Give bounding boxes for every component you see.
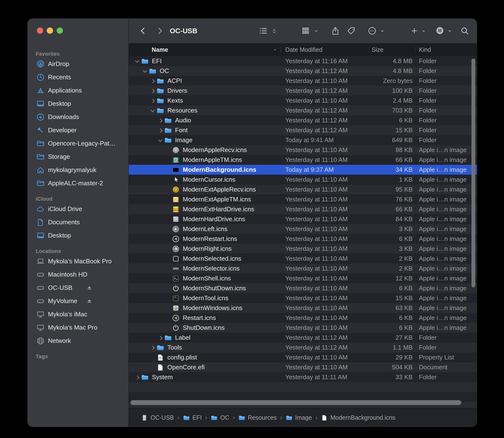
disclosure-chevron-icon[interactable] bbox=[164, 186, 172, 193]
group-view-icon[interactable] bbox=[301, 26, 310, 35]
file-row[interactable]: ModernLeft.icns Yesterday at 11:10 AM 3 … bbox=[129, 224, 477, 234]
horizontal-scrollbar[interactable] bbox=[130, 400, 461, 405]
disclosure-chevron-icon[interactable] bbox=[164, 295, 172, 302]
more-chevron-icon[interactable] bbox=[379, 28, 385, 34]
minimize-button[interactable] bbox=[47, 27, 53, 34]
disclosure-chevron-icon[interactable] bbox=[157, 127, 164, 134]
disclosure-chevron-icon[interactable] bbox=[149, 97, 156, 104]
disclosure-chevron-icon[interactable] bbox=[134, 374, 141, 381]
vertical-scrollbar[interactable] bbox=[471, 59, 475, 287]
path-item[interactable]: › OC bbox=[202, 414, 229, 421]
sidebar-item[interactable]: Desktop bbox=[31, 97, 125, 110]
column-header-size[interactable]: Size bbox=[372, 43, 383, 56]
sidebar-item[interactable]: Macintosh HD bbox=[31, 268, 125, 281]
file-row[interactable]: Label Yesterday at 11:12 AM 27 KB Folder bbox=[129, 333, 477, 343]
file-row[interactable]: ACPI Yesterday at 11:10 AM Zero bytes Fo… bbox=[129, 76, 477, 86]
zoom-button[interactable] bbox=[57, 27, 63, 34]
file-row[interactable]: config.plist Yesterday at 11:10 AM 29 KB… bbox=[129, 352, 477, 362]
file-row[interactable]: ModernCursor.icns Yesterday at 11:10 AM … bbox=[129, 175, 477, 185]
file-row[interactable]: ModernAppleTM.icns Yesterday at 11:10 AM… bbox=[129, 155, 477, 165]
group-chevron-icon[interactable] bbox=[313, 28, 319, 34]
disclosure-chevron-icon[interactable] bbox=[164, 285, 172, 292]
close-button[interactable] bbox=[37, 27, 43, 34]
file-row[interactable]: ModernSelected.icns Yesterday at 11:10 A… bbox=[129, 254, 477, 263]
tag-icon[interactable] bbox=[347, 26, 356, 35]
file-row[interactable]: Font Yesterday at 11:12 AM 15 KB Folder bbox=[129, 125, 477, 135]
search-icon[interactable] bbox=[460, 26, 469, 35]
disclosure-chevron-icon[interactable] bbox=[157, 117, 164, 124]
file-row[interactable]: Tools Yesterday at 11:12 AM 1.1 MB Folde… bbox=[129, 343, 477, 352]
disclosure-chevron-icon[interactable] bbox=[141, 67, 149, 75]
path-item[interactable]: › EFI bbox=[174, 414, 202, 421]
column-header-kind[interactable]: Kind bbox=[419, 43, 431, 56]
file-row[interactable]: Drivers Yesterday at 11:12 AM 100 KB Fol… bbox=[129, 86, 477, 96]
file-row[interactable]: ModernAppleRecv.icns Yesterday at 11:10 … bbox=[129, 145, 477, 155]
sidebar-item[interactable]: iCloud Drive bbox=[31, 202, 125, 216]
file-row[interactable]: ModernBackground.icns Today at 9:37 AM 3… bbox=[129, 165, 477, 175]
sidebar-item[interactable]: Storage bbox=[31, 150, 125, 163]
disclosure-chevron-icon[interactable] bbox=[164, 206, 172, 213]
disclosure-chevron-icon[interactable] bbox=[164, 305, 172, 312]
sidebar-item[interactable]: Mykola’s MacBook Pro bbox=[31, 255, 125, 268]
sidebar-item[interactable]: mykolagrymalyuk bbox=[31, 163, 125, 177]
disclosure-chevron-icon[interactable] bbox=[164, 156, 172, 164]
file-row[interactable]: Audio Yesterday at 11:12 AM 6 KB Folder bbox=[129, 115, 477, 125]
path-item[interactable]: › ModernBackground.icns bbox=[312, 414, 395, 421]
file-row[interactable]: ModernTool.icns Yesterday at 11:10 AM 15… bbox=[129, 293, 477, 303]
file-row[interactable]: ShutDown.icns Yesterday at 11:10 AM 6 KB… bbox=[129, 323, 477, 333]
path-item[interactable]: OC-USB bbox=[134, 414, 174, 421]
sidebar-item[interactable]: Mykola’s iMac bbox=[31, 308, 125, 321]
file-row[interactable]: ModernShutDown.icns Yesterday at 11:10 A… bbox=[129, 283, 477, 293]
file-row[interactable]: Resources Yesterday at 11:12 AM 703 KB F… bbox=[129, 106, 477, 115]
disclosure-chevron-icon[interactable] bbox=[149, 87, 156, 94]
sidebar-item[interactable]: Developer bbox=[31, 124, 125, 137]
user-badge-icon[interactable] bbox=[435, 26, 444, 35]
sidebar-item[interactable]: Applications bbox=[31, 84, 125, 97]
disclosure-chevron-icon[interactable] bbox=[164, 314, 172, 322]
disclosure-chevron-icon[interactable] bbox=[149, 77, 156, 85]
column-divider[interactable] bbox=[281, 46, 281, 53]
column-divider[interactable] bbox=[368, 46, 368, 53]
share-icon[interactable] bbox=[331, 26, 340, 35]
sidebar-item[interactable]: Desktop bbox=[31, 229, 125, 242]
forward-button[interactable] bbox=[155, 26, 164, 35]
disclosure-chevron-icon[interactable] bbox=[134, 58, 141, 65]
sidebar-item[interactable]: AppleALC-master-2 bbox=[31, 177, 125, 190]
file-row[interactable]: EFI Yesterday at 11:16 AM 4.8 MB Folder bbox=[129, 56, 477, 66]
sidebar-item[interactable]: Opencore-Legacy-Pat… bbox=[31, 137, 125, 150]
sidebar-item[interactable]: Downloads bbox=[31, 110, 125, 124]
disclosure-chevron-icon[interactable] bbox=[164, 245, 172, 252]
view-stepper-icon[interactable] bbox=[272, 28, 277, 34]
disclosure-chevron-icon[interactable] bbox=[164, 146, 172, 154]
file-row[interactable]: ModernExtAppleRecv.icns Yesterday at 11:… bbox=[129, 185, 477, 194]
disclosure-chevron-icon[interactable] bbox=[164, 265, 172, 272]
disclosure-chevron-icon[interactable] bbox=[149, 354, 156, 361]
disclosure-chevron-icon[interactable] bbox=[164, 176, 172, 183]
sidebar-item[interactable]: Documents bbox=[31, 216, 125, 229]
file-row[interactable]: Image Today at 9:41 AM 649 KB Folder bbox=[129, 135, 477, 145]
file-row[interactable]: Restart.icns Yesterday at 11:10 AM 6 KB … bbox=[129, 313, 477, 323]
sidebar-item[interactable]: AirDrop bbox=[31, 57, 125, 71]
plus-chevron-icon[interactable] bbox=[421, 28, 426, 34]
disclosure-chevron-icon[interactable] bbox=[164, 255, 172, 262]
sidebar-item[interactable]: Mykola’s Mac Pro bbox=[31, 321, 125, 334]
file-row[interactable]: System Yesterday at 11:11 AM 33 KB Folde… bbox=[129, 372, 477, 382]
sidebar-item[interactable]: Recents bbox=[31, 71, 125, 84]
disclosure-chevron-icon[interactable] bbox=[149, 344, 156, 351]
file-row[interactable]: ModernRestart.icns Yesterday at 11:10 AM… bbox=[129, 234, 477, 244]
disclosure-chevron-icon[interactable] bbox=[164, 196, 172, 203]
sidebar-item[interactable]: MyVolume bbox=[31, 295, 125, 308]
list-view-icon[interactable] bbox=[259, 26, 268, 35]
user-chevron-icon[interactable] bbox=[447, 28, 452, 34]
eject-icon[interactable] bbox=[86, 298, 92, 304]
sidebar-item[interactable]: Network bbox=[31, 334, 125, 347]
new-item-plus-icon[interactable] bbox=[411, 27, 418, 35]
column-header-date[interactable]: Date Modified bbox=[285, 43, 322, 56]
file-row[interactable]: Kexts Yesterday at 11:10 AM 2.4 MB Folde… bbox=[129, 96, 477, 106]
column-header-name[interactable]: Name bbox=[152, 43, 168, 56]
file-row[interactable]: ModernRight.icns Yesterday at 11:10 AM 3… bbox=[129, 244, 477, 254]
eject-icon[interactable] bbox=[86, 285, 92, 291]
back-button[interactable] bbox=[138, 26, 148, 35]
disclosure-chevron-icon[interactable] bbox=[164, 275, 172, 282]
file-row[interactable]: ModernExtHardDrive.icns Yesterday at 11:… bbox=[129, 204, 477, 214]
